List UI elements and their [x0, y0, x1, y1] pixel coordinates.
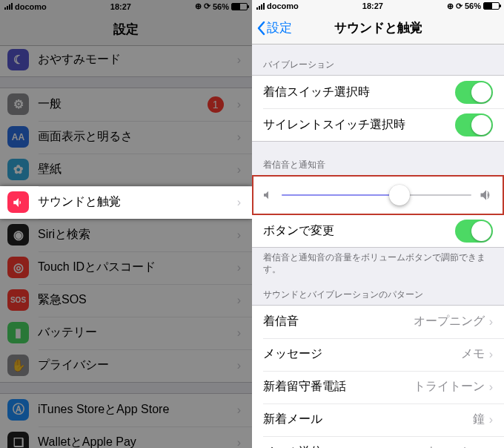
ringer-volume-slider[interactable] — [282, 194, 471, 196]
row-vibrate-on-ring[interactable]: 着信スイッチ選択時 — [252, 76, 504, 108]
row-voicemail[interactable]: 新着留守番電話 トライトーン › — [252, 371, 504, 403]
nav-bar: 設定 サウンドと触覚 — [252, 12, 504, 45]
chevron-left-icon — [256, 21, 265, 36]
speaker-icon — [7, 191, 29, 213]
chevron-right-icon: › — [237, 359, 241, 372]
row-siri[interactable]: ◉ Siriと検索 › — [0, 219, 252, 251]
battery-pct: 56% — [213, 2, 229, 11]
row-privacy[interactable]: ✋ プライバシー › — [0, 349, 252, 382]
signal-icon — [4, 3, 13, 10]
row-label: 画面表示と明るさ — [38, 129, 228, 145]
row-vibrate-on-silent[interactable]: サイレントスイッチ選択時 — [252, 108, 504, 141]
back-label: 設定 — [267, 19, 292, 36]
row-value: スウォッシュ — [414, 444, 485, 448]
row-wallpaper[interactable]: ✿ 壁紙 › — [0, 154, 252, 186]
chevron-right-icon: › — [237, 53, 241, 67]
row-do-not-disturb[interactable]: ☾ おやすみモード › — [0, 46, 252, 76]
status-bar: docomo 18:27 ⊕ ⟳ 56% — [252, 0, 504, 12]
settings-list[interactable]: ☾ おやすみモード › ⚙ 一般 1 › AA 画面表示と明るさ › ✿ 壁紙 … — [0, 46, 252, 448]
row-new-mail[interactable]: 新着メール 鐘 › — [252, 403, 504, 436]
chevron-right-icon: › — [489, 413, 493, 426]
row-label: Siriと検索 — [38, 227, 228, 243]
carrier-label: docomo — [15, 2, 47, 11]
row-general[interactable]: ⚙ 一般 1 › — [0, 88, 252, 121]
toggle-vibrate-silent[interactable] — [455, 113, 493, 136]
chevron-right-icon: › — [237, 196, 241, 209]
sos-icon: SOS — [7, 289, 29, 311]
gear-icon: ⚙ — [7, 93, 29, 115]
row-sounds[interactable]: サウンドと触覚 › — [0, 186, 252, 219]
row-label: バッテリー — [38, 325, 228, 340]
section-header-ringer: 着信音と通知音 — [252, 155, 504, 175]
toggle-vibrate-ring[interactable] — [455, 81, 493, 104]
battery-cell-icon: ▮ — [7, 322, 29, 343]
row-label: 緊急SOS — [38, 292, 228, 308]
row-value: トライトーン — [414, 379, 485, 395]
status-time: 18:27 — [362, 1, 383, 10]
chevron-right-icon: › — [489, 446, 493, 449]
row-label: WalletとApple Pay — [38, 435, 228, 448]
chevron-right-icon: › — [237, 98, 241, 111]
row-wallet[interactable]: ❏ WalletとApple Pay › — [0, 426, 252, 448]
row-value: オープニング — [414, 314, 485, 329]
hand-icon: ✋ — [7, 355, 29, 376]
back-button[interactable]: 設定 — [256, 19, 292, 36]
orientation-lock-icon: ⟳ — [204, 1, 210, 11]
row-label: メール送信 — [263, 444, 414, 448]
status-time: 18:27 — [110, 2, 131, 11]
toggle-change-with-buttons[interactable] — [455, 220, 493, 243]
row-change-with-buttons[interactable]: ボタンで変更 — [252, 214, 504, 247]
chevron-right-icon: › — [237, 131, 241, 144]
row-value: 鐘 — [473, 412, 485, 427]
carrier-label: docomo — [267, 1, 299, 10]
row-text-tone[interactable]: メッセージ メモ › — [252, 338, 504, 371]
alarm-icon: ⊕ — [447, 1, 454, 11]
badge: 1 — [208, 96, 224, 113]
text-size-icon: AA — [7, 126, 29, 148]
row-itunes[interactable]: Ⓐ iTunes StoreとApp Store › — [0, 394, 252, 426]
row-label: 着信音 — [263, 314, 414, 329]
chevron-right-icon: › — [489, 381, 493, 394]
chevron-right-icon: › — [237, 163, 241, 177]
sounds-haptics-pane: docomo 18:27 ⊕ ⟳ 56% 設定 サウンドと触覚 バイブレーション… — [252, 0, 504, 448]
chevron-right-icon: › — [237, 326, 241, 340]
row-touchid[interactable]: ◎ Touch IDとパスコード › — [0, 251, 252, 284]
row-label: ボタンで変更 — [263, 223, 455, 239]
page-title: サウンドと触覚 — [334, 19, 422, 36]
chevron-right-icon: › — [237, 436, 241, 448]
chevron-right-icon: › — [237, 403, 241, 417]
row-sent-mail[interactable]: メール送信 スウォッシュ › — [252, 436, 504, 449]
siri-icon: ◉ — [7, 224, 29, 246]
appstore-icon: Ⓐ — [7, 399, 29, 421]
battery-pct: 56% — [465, 1, 481, 10]
settings-root-pane: docomo 18:27 ⊕ ⟳ 56% 設定 ☾ おやすみモード › ⚙ 一般… — [0, 0, 252, 448]
fingerprint-icon: ◎ — [7, 257, 29, 278]
row-label: プライバシー — [38, 358, 228, 373]
slider-knob[interactable] — [389, 185, 410, 205]
row-label: サイレントスイッチ選択時 — [263, 117, 455, 133]
row-label: 着信スイッチ選択時 — [263, 85, 455, 100]
chevron-right-icon: › — [237, 294, 241, 307]
row-label: 新着メール — [263, 412, 473, 427]
speaker-low-icon — [262, 189, 274, 201]
row-display[interactable]: AA 画面表示と明るさ › — [0, 121, 252, 154]
row-label: メッセージ — [263, 346, 461, 362]
status-bar: docomo 18:27 ⊕ ⟳ 56% — [0, 0, 252, 13]
ringer-volume-row — [252, 175, 504, 215]
nav-bar: 設定 — [0, 13, 252, 46]
row-ringtone[interactable]: 着信音 オープニング › — [252, 306, 504, 338]
section-header-vibration: バイブレーション — [252, 55, 504, 75]
chevron-right-icon: › — [489, 348, 493, 361]
sounds-list[interactable]: バイブレーション 着信スイッチ選択時 サイレントスイッチ選択時 着信音と通知音 — [252, 45, 504, 448]
battery-icon — [483, 2, 500, 10]
battery-icon — [231, 3, 248, 10]
section-header-patterns: サウンドとバイブレーションのパターン — [252, 285, 504, 305]
row-label: iTunes StoreとApp Store — [38, 402, 228, 418]
row-label: サウンドと触覚 — [38, 194, 228, 210]
row-battery[interactable]: ▮ バッテリー › — [0, 317, 252, 349]
row-sos[interactable]: SOS 緊急SOS › — [0, 284, 252, 317]
signal-icon — [256, 3, 265, 10]
row-label: Touch IDとパスコード — [38, 260, 228, 275]
wallet-icon: ❏ — [7, 432, 29, 448]
slider-fill — [282, 194, 399, 196]
